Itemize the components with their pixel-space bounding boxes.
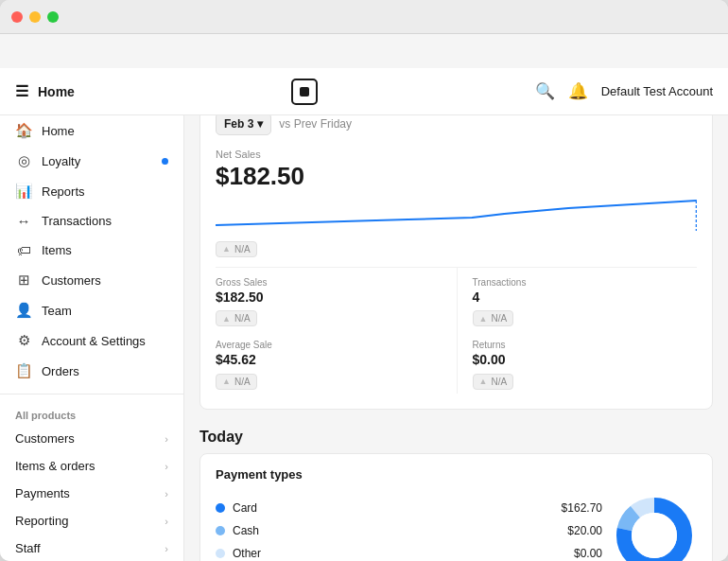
sidebar-transactions-label: Transactions: [42, 214, 112, 228]
search-icon[interactable]: 🔍: [535, 81, 555, 101]
net-sales-card: Feb 3 ▾ vs Prev Friday Net Sales $182.50: [199, 96, 713, 410]
na-arrow-icon: ▲: [222, 244, 231, 254]
payment-row-card: Card $162.70: [216, 501, 602, 515]
sidebar-category-reporting[interactable]: Reporting ›: [0, 507, 183, 535]
sidebar-item-transactions[interactable]: ↔ Transactions: [0, 206, 183, 236]
sparkline-wrap: [216, 197, 697, 231]
net-sales-na-badge: ▲ N/A: [216, 241, 257, 257]
minimize-button[interactable]: [29, 11, 41, 23]
sidebar-items-label: Items: [42, 243, 72, 257]
today-label: Today: [199, 421, 713, 453]
stat-transactions-badge: ▲ N/A: [473, 310, 514, 326]
cash-dot: [216, 526, 225, 535]
sidebar-category-staff[interactable]: Staff ›: [0, 535, 183, 561]
chevron-down-icon: ▾: [257, 117, 263, 131]
cash-label: Cash: [233, 524, 560, 537]
chevron-right-icon: ›: [165, 543, 168, 554]
stat-returns-value: $0.00: [473, 352, 698, 367]
sidebar-item-team[interactable]: 👤 Team: [0, 295, 183, 325]
chevron-right-icon: ›: [165, 516, 168, 527]
stat-gross-sales: Gross Sales $182.50 ▲ N/A: [216, 268, 457, 331]
close-button[interactable]: [11, 11, 23, 23]
stat-transactions: Transactions 4 ▲ N/A: [457, 268, 698, 331]
sidebar-loyalty-label: Loyalty: [42, 154, 80, 168]
sidebar-category-items-orders-label: Items & orders: [15, 459, 95, 473]
sidebar-item-orders[interactable]: 📋 Orders: [0, 356, 183, 386]
payment-row-cash: Cash $20.00: [216, 524, 602, 537]
menu-icon[interactable]: ☰: [15, 82, 28, 100]
sidebar-item-account-settings[interactable]: ⚙ Account & Settings: [0, 325, 183, 356]
net-sales-value: $182.50: [216, 162, 697, 191]
payment-types-card: Payment types Card $162.70 Cash $: [199, 453, 713, 562]
cash-amount: $20.00: [567, 524, 602, 537]
loyalty-badge: [162, 158, 168, 165]
transactions-icon: ↔: [15, 213, 32, 229]
stat-transactions-label: Transactions: [473, 277, 698, 288]
sidebar-divider: [0, 394, 183, 394]
home-icon: 🏠: [15, 122, 32, 139]
net-sales-change: N/A: [234, 244, 251, 254]
sidebar-category-customers[interactable]: Customers ›: [0, 425, 183, 452]
net-sales-label: Net Sales: [216, 149, 697, 160]
loyalty-icon: ◎: [15, 152, 32, 169]
sparkline-chart: [216, 197, 697, 231]
stat-returns: Returns $0.00 ▲ N/A: [457, 330, 698, 394]
stat-returns-label: Returns: [473, 340, 698, 350]
account-settings-icon: ⚙: [15, 332, 32, 349]
app-window: ☰ Home 🔍 🔔 Default Test Account Quick ac…: [0, 0, 728, 561]
date-selector[interactable]: Feb 3 ▾: [216, 113, 271, 135]
reports-icon: 📊: [15, 183, 32, 200]
sidebar-category-payments[interactable]: Payments ›: [0, 480, 183, 507]
square-logo: [291, 79, 318, 105]
payment-list: Card $162.70 Cash $20.00 Other: [216, 501, 602, 562]
sidebar-reports-label: Reports: [42, 184, 85, 199]
sidebar-category-items-orders[interactable]: Items & orders ›: [0, 452, 183, 480]
stat-gross-sales-value: $182.50: [216, 289, 457, 305]
customers-icon: ⊞: [15, 272, 32, 289]
date-comparison-label: vs Prev Friday: [279, 117, 352, 131]
nav-center: [75, 79, 535, 105]
orders-icon: 📋: [15, 362, 32, 379]
svg-point-4: [632, 513, 677, 558]
nav-home-label: Home: [38, 84, 75, 99]
bell-icon[interactable]: 🔔: [568, 81, 588, 101]
stats-grid: Gross Sales $182.50 ▲ N/A Transactions 4: [216, 267, 697, 394]
payment-row-other: Other $0.00: [216, 547, 602, 560]
chevron-right-icon: ›: [165, 433, 168, 445]
sidebar-category-payments-label: Payments: [15, 486, 70, 500]
stat-returns-badge: ▲ N/A: [473, 374, 514, 390]
payment-types-title: Payment types: [216, 467, 697, 482]
all-products-label: All products: [0, 402, 183, 425]
maximize-button[interactable]: [47, 11, 59, 23]
stat-transactions-value: 4: [473, 289, 698, 305]
payment-content: Card $162.70 Cash $20.00 Other: [216, 493, 697, 562]
layout: Quick access 🏠 Home ◎ Loyalty 📊 Reports …: [0, 81, 728, 561]
other-dot: [216, 549, 225, 558]
top-nav: ☰ Home 🔍 🔔 Default Test Account: [0, 68, 728, 115]
sidebar-orders-label: Orders: [42, 364, 79, 378]
card-amount: $162.70: [562, 501, 602, 515]
stat-gross-sales-label: Gross Sales: [216, 277, 457, 288]
date-row: Feb 3 ▾ vs Prev Friday: [216, 113, 697, 135]
sidebar-category-reporting-label: Reporting: [15, 514, 68, 528]
sidebar-item-reports[interactable]: 📊 Reports: [0, 176, 183, 206]
sidebar-item-loyalty[interactable]: ◎ Loyalty: [0, 146, 183, 176]
sidebar-item-customers[interactable]: ⊞ Customers: [0, 265, 183, 295]
app-body: ☰ Home 🔍 🔔 Default Test Account Quick ac…: [0, 34, 728, 561]
sidebar-item-home[interactable]: 🏠 Home: [0, 115, 183, 146]
sidebar-item-items[interactable]: 🏷 Items: [0, 236, 183, 265]
sidebar-category-staff-label: Staff: [15, 541, 41, 555]
stat-average-sale-value: $45.62: [216, 352, 457, 367]
stat-gross-sales-badge: ▲ N/A: [216, 310, 257, 326]
square-logo-inner: [300, 87, 309, 96]
nav-right: 🔍 🔔 Default Test Account: [535, 81, 713, 101]
chevron-right-icon: ›: [165, 461, 168, 472]
nav-left: ☰ Home: [15, 82, 75, 100]
stat-average-sale: Average Sale $45.62 ▲ N/A: [216, 330, 457, 394]
sidebar-home-label: Home: [42, 124, 75, 138]
account-name: Default Test Account: [601, 84, 713, 98]
sidebar-account-settings-label: Account & Settings: [42, 334, 146, 348]
other-label: Other: [233, 547, 566, 560]
title-bar: [0, 0, 728, 34]
donut-chart: [612, 493, 697, 562]
